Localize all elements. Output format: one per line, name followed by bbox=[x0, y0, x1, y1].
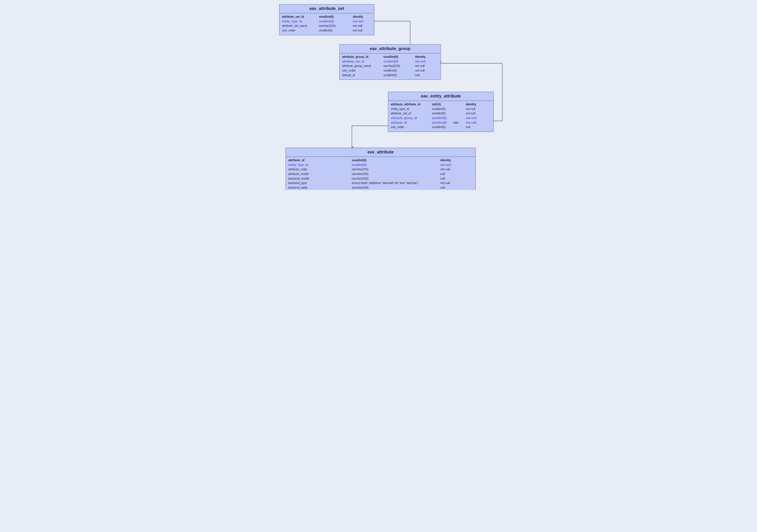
table-row: attribute_set_idsmallint(5)not null bbox=[342, 59, 438, 64]
col-null: not null bbox=[466, 111, 483, 116]
col-type: smallint(5) bbox=[383, 59, 415, 64]
col-name: attribute_set_id bbox=[282, 14, 319, 19]
table-row: attribute_set_namevarchar(255)not null bbox=[282, 24, 372, 28]
col-type: enum('static','datetime','decimal','int'… bbox=[352, 181, 440, 185]
col-null: null bbox=[440, 185, 457, 190]
col-name: attribute_model bbox=[288, 172, 352, 177]
table-rows: attribute_group_id smallint(5) identity … bbox=[340, 53, 440, 80]
col-type: varchar(255) bbox=[352, 167, 440, 172]
erd-canvas: eav_attribute_set attribute_set_id small… bbox=[243, 0, 514, 190]
table-row: default_idsmallint(5)null bbox=[342, 73, 438, 78]
col-type: smallint(5) bbox=[352, 158, 440, 163]
col-type: int(10) bbox=[432, 102, 453, 107]
col-name: backend_type bbox=[288, 181, 352, 185]
col-type: smallint(5) bbox=[319, 14, 353, 19]
col-null: not null bbox=[440, 181, 457, 185]
col-type: smallint(5) bbox=[319, 19, 353, 24]
col-extra: <i2> bbox=[453, 121, 466, 125]
col-null: identity bbox=[415, 55, 432, 59]
table-title: eav_attribute_group bbox=[340, 44, 440, 53]
col-name: default_id bbox=[342, 73, 383, 78]
col-name: attribute_id bbox=[288, 158, 352, 163]
col-name: attribute_set_id bbox=[342, 59, 383, 64]
col-name: entity_type_id bbox=[288, 163, 352, 167]
col-null: not null bbox=[440, 167, 457, 172]
col-null: identity bbox=[440, 158, 457, 163]
col-null: not null bbox=[353, 24, 370, 28]
table-row: entity_type_idsmallint(5)not null bbox=[288, 163, 473, 167]
table-row: sort_ordersmallint(6)null bbox=[391, 125, 491, 129]
col-type: smallint(5) bbox=[432, 107, 453, 111]
table-row: sort_ordersmallint(6)not null bbox=[342, 69, 438, 73]
col-name: attribute_code bbox=[288, 167, 352, 172]
col-null: not null bbox=[415, 59, 432, 64]
col-type: varchar(255) bbox=[319, 24, 353, 28]
table-rows: attribute_id smallint(5) identity entity… bbox=[286, 157, 475, 190]
table-row: attribute_group_idsmallint(5)not null bbox=[391, 116, 491, 121]
table-header-row: attribute_set_id smallint(5) identity bbox=[282, 14, 372, 19]
col-name: sort_order bbox=[391, 125, 432, 129]
col-null: null bbox=[415, 73, 432, 78]
col-name: entity_type_id bbox=[391, 107, 432, 111]
table-row: entity_type_idsmallint(5)not null bbox=[282, 19, 372, 24]
col-name: backend_model bbox=[288, 177, 352, 181]
col-type: smallint(5) bbox=[352, 163, 440, 167]
col-type: smallint(6) bbox=[319, 28, 353, 33]
table-row: sort_ordersmallint(6)not null bbox=[282, 28, 372, 33]
col-null: null bbox=[440, 177, 457, 181]
col-name: sort_order bbox=[342, 69, 383, 73]
col-name: attribute_set_name bbox=[282, 24, 319, 28]
col-null: identity bbox=[466, 102, 483, 107]
col-null: null bbox=[466, 125, 483, 129]
table-header-row: attribute_attribute_id int(10) identity bbox=[391, 102, 491, 107]
table-row: attribute_codevarchar(255)not null bbox=[288, 167, 473, 172]
col-null: not null bbox=[415, 64, 432, 69]
col-null: identity bbox=[353, 14, 370, 19]
table-rows: attribute_set_id smallint(5) identity en… bbox=[280, 13, 374, 35]
col-null: not null bbox=[353, 19, 370, 24]
col-type: smallint(5) bbox=[432, 116, 453, 121]
table-title: eav_entity_attribute bbox=[388, 92, 493, 101]
col-type: varchar(255) bbox=[352, 172, 440, 177]
col-name: attribute_id bbox=[391, 121, 432, 125]
col-name: backend_table bbox=[288, 185, 352, 190]
col-name: attribute_set_id bbox=[391, 111, 432, 116]
col-type: smallint(5) bbox=[383, 55, 415, 59]
col-null: null bbox=[440, 172, 457, 177]
col-null: not null bbox=[353, 28, 370, 33]
table-row: backend_modelvarchar(255)null bbox=[288, 177, 473, 181]
col-null: not null bbox=[440, 163, 457, 167]
table-eav-attribute: eav_attribute attribute_id smallint(5) i… bbox=[286, 148, 476, 190]
table-title: eav_attribute_set bbox=[280, 4, 374, 13]
table-eav-attribute-set: eav_attribute_set attribute_set_id small… bbox=[279, 4, 374, 35]
table-title: eav_attribute bbox=[286, 148, 475, 157]
col-type: smallint(5) bbox=[432, 121, 453, 125]
table-row: attribute_idsmallint(5)<i2>not null bbox=[391, 121, 491, 125]
table-row: attribute_group_namevarchar(255)not null bbox=[342, 64, 438, 69]
table-eav-attribute-group: eav_attribute_group attribute_group_id s… bbox=[339, 44, 441, 80]
table-row: entity_type_idsmallint(5)not null bbox=[391, 107, 491, 111]
col-name: sort_order bbox=[282, 28, 319, 33]
col-null: not null bbox=[466, 116, 483, 121]
col-type: smallint(6) bbox=[432, 125, 453, 129]
table-row: backend_typeenum('static','datetime','de… bbox=[288, 181, 473, 185]
table-header-row: attribute_id smallint(5) identity bbox=[288, 158, 473, 163]
col-null: not null bbox=[466, 107, 483, 111]
col-null: not null bbox=[466, 121, 483, 125]
table-row: attribute_modelvarchar(255)null bbox=[288, 172, 473, 177]
table-row: backend_tablevarchar(255)null bbox=[288, 185, 473, 190]
col-type: varchar(255) bbox=[383, 64, 415, 69]
col-null: not null bbox=[415, 69, 432, 73]
col-name: attribute_group_id bbox=[391, 116, 432, 121]
table-header-row: attribute_group_id smallint(5) identity bbox=[342, 55, 438, 59]
col-type: varchar(255) bbox=[352, 185, 440, 190]
col-type: varchar(255) bbox=[352, 177, 440, 181]
table-rows: attribute_attribute_id int(10) identity … bbox=[388, 101, 493, 132]
col-type: smallint(6) bbox=[383, 69, 415, 73]
col-name: attribute_group_name bbox=[342, 64, 383, 69]
col-name: entity_type_id bbox=[282, 19, 319, 24]
col-name: attribute_attribute_id bbox=[391, 102, 432, 107]
table-row: attribute_set_idsmallint(5)not null bbox=[391, 111, 491, 116]
col-type: smallint(5) bbox=[383, 73, 415, 78]
table-eav-entity-attribute: eav_entity_attribute attribute_attribute… bbox=[388, 92, 494, 132]
